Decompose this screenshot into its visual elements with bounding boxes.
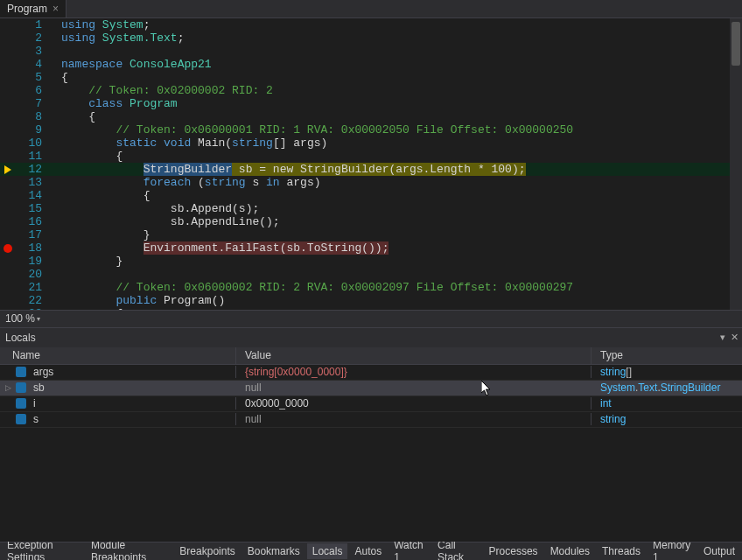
toolwindow-tab-threads[interactable]: Threads xyxy=(597,543,646,559)
locals-cell-name: i xyxy=(0,397,236,410)
line-number: 12 xyxy=(16,163,51,176)
locals-cell-type: string xyxy=(592,413,742,425)
gutter xyxy=(0,18,16,32)
locals-row[interactable]: ▷sbnullSystem.Text.StringBuilder xyxy=(0,381,742,396)
toolwindow-tab-watch-1[interactable]: Watch 1 xyxy=(388,543,430,559)
locals-row[interactable]: i0x0000_0000int xyxy=(0,396,742,412)
gutter xyxy=(0,123,16,136)
code-line[interactable]: 18 Environment.FailFast(sb.ToString()); xyxy=(0,242,742,255)
locals-cell-type: int xyxy=(592,397,742,410)
code-line[interactable]: 19 } xyxy=(0,255,742,268)
code-line[interactable]: 16 sb.AppendLine(); xyxy=(0,215,742,228)
toolwindow-tab-processes[interactable]: Processes xyxy=(484,543,543,559)
locals-grid-body: args{string[0x0000_0000]}string[]▷sbnull… xyxy=(0,365,742,542)
code-line[interactable]: 23 { xyxy=(0,307,742,310)
line-number: 1 xyxy=(16,18,51,32)
locals-grid-header: Name Value Type xyxy=(0,347,742,365)
close-icon[interactable]: ✕ xyxy=(731,332,738,343)
current-line-arrow-icon[interactable] xyxy=(0,163,16,176)
toolwindow-tab-call-stack[interactable]: Call Stack xyxy=(432,543,482,559)
file-tab-program[interactable]: Program × xyxy=(0,0,66,18)
code-text: { xyxy=(51,150,742,163)
zoom-value: 100 % xyxy=(5,312,35,325)
gutter xyxy=(0,45,16,58)
locals-row[interactable]: args{string[0x0000_0000]}string[] xyxy=(0,365,742,381)
line-number: 6 xyxy=(16,84,51,97)
code-line[interactable]: 22 public Program() xyxy=(0,294,742,307)
code-text: // Token: 0x02000002 RID: 2 xyxy=(51,84,742,97)
code-text: } xyxy=(51,228,742,242)
toolwindow-tab-breakpoints[interactable]: Breakpoints xyxy=(174,543,240,559)
gutter xyxy=(0,32,16,45)
locals-cell-name: args xyxy=(0,366,236,378)
variable-name: i xyxy=(33,397,36,410)
gutter xyxy=(0,84,16,97)
toolwindow-tab-exception-settings[interactable]: Exception Settings xyxy=(2,543,84,559)
pin-icon[interactable]: ▾ xyxy=(720,332,725,343)
locals-titlebar[interactable]: Locals ▾ ✕ xyxy=(0,328,742,347)
locals-row[interactable]: snullstring xyxy=(0,412,742,428)
col-header-value[interactable]: Value xyxy=(236,347,592,364)
line-number: 9 xyxy=(16,123,51,136)
gutter xyxy=(0,255,16,268)
gutter xyxy=(0,150,16,163)
locals-cell-name: s xyxy=(0,413,236,425)
code-line[interactable]: 13 foreach (string s in args) xyxy=(0,176,742,189)
code-line[interactable]: 10 static void Main(string[] args) xyxy=(0,136,742,150)
toolwindow-tab-modules[interactable]: Modules xyxy=(545,543,595,559)
toolwindow-tab-output[interactable]: Output xyxy=(698,543,740,559)
line-number: 23 xyxy=(16,307,51,310)
col-header-type[interactable]: Type xyxy=(592,347,742,364)
locals-cell-type: string[] xyxy=(592,366,742,378)
toolwindow-tab-module-breakpoints[interactable]: Module Breakpoints xyxy=(86,543,172,559)
code-line[interactable]: 15 sb.Append(s); xyxy=(0,202,742,215)
vertical-scrollbar[interactable] xyxy=(730,18,742,310)
toolwindow-tab-memory-1[interactable]: Memory 1 xyxy=(648,543,696,559)
zoom-dropdown[interactable]: 100 % ▾ xyxy=(5,312,40,325)
gutter xyxy=(0,136,16,150)
code-line[interactable]: 8 { xyxy=(0,110,742,123)
code-text: { xyxy=(51,307,742,310)
code-text: // Token: 0x06000002 RID: 2 RVA: 0x00002… xyxy=(51,281,742,294)
code-line[interactable]: 4namespace ConsoleApp21 xyxy=(0,58,742,71)
expander-icon[interactable]: ▷ xyxy=(4,383,12,392)
scrollbar-thumb[interactable] xyxy=(732,22,740,66)
code-line[interactable]: 3 xyxy=(0,45,742,58)
code-line[interactable]: 2using System.Text; xyxy=(0,32,742,45)
variable-name: sb xyxy=(33,382,45,394)
code-line[interactable]: 7 class Program xyxy=(0,97,742,110)
line-number: 17 xyxy=(16,228,51,242)
code-line[interactable]: 9 // Token: 0x06000001 RID: 1 RVA: 0x000… xyxy=(0,123,742,136)
gutter xyxy=(0,110,16,123)
code-line[interactable]: 5{ xyxy=(0,71,742,84)
code-line[interactable]: 21 // Token: 0x06000002 RID: 2 RVA: 0x00… xyxy=(0,281,742,294)
code-line[interactable]: 6 // Token: 0x02000002 RID: 2 xyxy=(0,84,742,97)
code-line[interactable]: 1using System; xyxy=(0,18,742,32)
toolwindow-tab-bookmarks[interactable]: Bookmarks xyxy=(242,543,305,559)
line-number: 18 xyxy=(16,242,51,255)
code-text: Environment.FailFast(sb.ToString()); xyxy=(51,242,742,255)
line-number: 2 xyxy=(16,32,51,45)
close-icon[interactable]: × xyxy=(52,4,59,14)
gutter xyxy=(0,71,16,84)
gutter xyxy=(0,215,16,228)
col-header-name[interactable]: Name xyxy=(0,347,236,364)
code-viewport[interactable]: 1using System;2using System.Text;34names… xyxy=(0,18,742,310)
code-text xyxy=(51,45,742,58)
toolwindow-tab-locals[interactable]: Locals xyxy=(307,543,348,559)
toolwindow-tab-autos[interactable]: Autos xyxy=(349,543,387,559)
code-text: namespace ConsoleApp21 xyxy=(51,58,742,71)
code-line[interactable]: 20 xyxy=(0,268,742,281)
code-line[interactable]: 11 { xyxy=(0,150,742,163)
breakpoint-icon[interactable] xyxy=(0,242,16,255)
code-line[interactable]: 17 } xyxy=(0,228,742,242)
code-line[interactable]: 14 { xyxy=(0,189,742,202)
code-line[interactable]: 12 StringBuilder sb = new StringBuilder(… xyxy=(0,163,742,176)
file-tab-bar: Program × xyxy=(0,0,742,18)
code-text: } xyxy=(51,255,742,268)
line-number: 7 xyxy=(16,97,51,110)
code-text: sb.AppendLine(); xyxy=(51,215,742,228)
line-number: 15 xyxy=(16,202,51,215)
gutter xyxy=(0,307,16,310)
code-text: foreach (string s in args) xyxy=(51,176,742,189)
